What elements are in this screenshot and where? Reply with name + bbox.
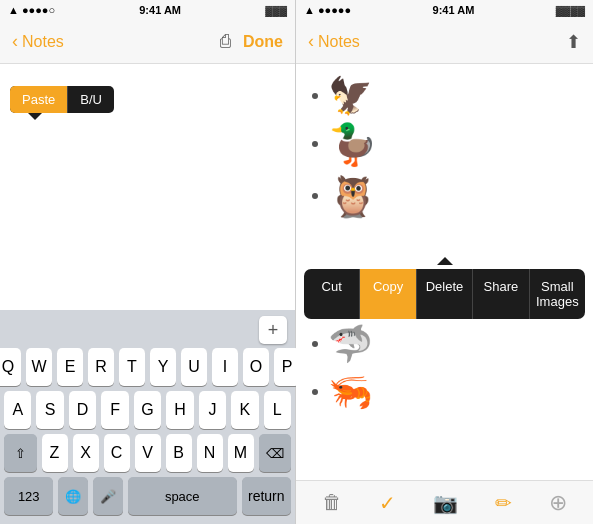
key-J[interactable]: J xyxy=(199,391,226,429)
list-item: 🦆 xyxy=(296,120,593,168)
share-button[interactable]: Share xyxy=(473,269,529,319)
keyboard-row-2: A S D F G H J K L xyxy=(4,391,291,429)
notes-list[interactable]: 🦅 🦆 🦉 Cut Copy Delete Share Small Images… xyxy=(296,64,593,480)
chevron-left-icon: ‹ xyxy=(12,31,18,52)
signal-bars-right: ●●●●● xyxy=(318,4,351,16)
keyboard-row-1: Q W E R T Y U I O P xyxy=(4,348,291,386)
key-V[interactable]: V xyxy=(135,434,161,472)
key-L[interactable]: L xyxy=(264,391,291,429)
time-right: 9:41 AM xyxy=(433,4,475,16)
keyboard-top-row: + xyxy=(4,316,291,344)
key-A[interactable]: A xyxy=(4,391,31,429)
share-icon-left[interactable]: ⎙ xyxy=(220,31,231,52)
keyboard-row-4: 123 🌐 🎤 space return xyxy=(4,477,291,515)
battery-right: ▓▓▓▓ xyxy=(556,5,585,16)
key-U[interactable]: U xyxy=(181,348,207,386)
numbers-key[interactable]: 123 xyxy=(4,477,53,515)
battery-icon-left: ▓▓▓ xyxy=(265,5,287,16)
bullet-5 xyxy=(312,341,318,347)
space-key[interactable]: space xyxy=(128,477,237,515)
back-label-left: Notes xyxy=(22,33,64,51)
key-T[interactable]: T xyxy=(119,348,145,386)
return-key[interactable]: return xyxy=(242,477,291,515)
status-signal-left: ▲ ●●●●○ xyxy=(8,4,55,16)
mic-key[interactable]: 🎤 xyxy=(93,477,123,515)
context-menu-right: Cut Copy Delete Share Small Images xyxy=(304,269,585,319)
key-D[interactable]: D xyxy=(69,391,96,429)
context-menu-left: Paste B/U xyxy=(10,86,114,113)
key-W[interactable]: W xyxy=(26,348,52,386)
key-Y[interactable]: Y xyxy=(150,348,176,386)
nav-right-right: ⬆ xyxy=(566,31,581,53)
plus-button[interactable]: + xyxy=(259,316,287,344)
nav-right-left: ⎙ Done xyxy=(220,31,283,52)
compose-button[interactable]: ⊕ xyxy=(549,490,567,516)
list-item: 🦈 xyxy=(296,320,593,368)
wifi-icon-right: ▲ xyxy=(304,4,315,16)
key-H[interactable]: H xyxy=(166,391,193,429)
right-panel: ▲ ●●●●● 9:41 AM ▓▓▓▓ ‹ Notes ⬆ 🦅 🦆 xyxy=(296,0,593,524)
emoji-duck: 🦆 xyxy=(328,124,378,164)
delete-key[interactable]: ⌫ xyxy=(259,434,292,472)
share-icon-right[interactable]: ⬆ xyxy=(566,31,581,53)
keyboard-row-3: ⇧ Z X C V B N M ⌫ xyxy=(4,434,291,472)
signal-bars: ●●●●○ xyxy=(22,4,55,16)
keyboard: + Q W E R T Y U I O P A S D F G H J K L xyxy=(0,310,295,524)
key-G[interactable]: G xyxy=(134,391,161,429)
key-Q[interactable]: Q xyxy=(0,348,21,386)
cut-button[interactable]: Cut xyxy=(304,269,360,319)
emoji-eagle: 🦅 xyxy=(328,78,373,114)
left-panel: ▲ ●●●●○ 9:41 AM ▓▓▓ ‹ Notes ⎙ Done Paste… xyxy=(0,0,296,524)
battery-icon-right: ▓▓▓▓ xyxy=(556,5,585,16)
status-signal-right: ▲ ●●●●● xyxy=(304,4,351,16)
bullet-1 xyxy=(312,93,318,99)
key-E[interactable]: E xyxy=(57,348,83,386)
key-X[interactable]: X xyxy=(73,434,99,472)
nav-bar-left: ‹ Notes ⎙ Done xyxy=(0,20,295,64)
key-S[interactable]: S xyxy=(36,391,63,429)
toolbar-bottom: 🗑 ✓ 📷 ✏ ⊕ xyxy=(296,480,593,524)
globe-key[interactable]: 🌐 xyxy=(58,477,88,515)
key-M[interactable]: M xyxy=(228,434,254,472)
context-menu-arrow xyxy=(437,257,453,265)
key-N[interactable]: N xyxy=(197,434,223,472)
back-button-left[interactable]: ‹ Notes xyxy=(12,32,64,52)
copy-button[interactable]: Copy xyxy=(360,269,416,319)
key-C[interactable]: C xyxy=(104,434,130,472)
key-I[interactable]: I xyxy=(212,348,238,386)
key-K[interactable]: K xyxy=(231,391,258,429)
list-item: 🦐 xyxy=(296,368,593,416)
bullet-2 xyxy=(312,141,318,147)
key-R[interactable]: R xyxy=(88,348,114,386)
time-left: 9:41 AM xyxy=(139,4,181,16)
back-label-right: Notes xyxy=(318,33,360,51)
pencil-button[interactable]: ✏ xyxy=(495,491,512,515)
chevron-left-icon-right: ‹ xyxy=(308,31,314,52)
key-F[interactable]: F xyxy=(101,391,128,429)
key-B[interactable]: B xyxy=(166,434,192,472)
check-button[interactable]: ✓ xyxy=(379,491,396,515)
paste-button[interactable]: Paste xyxy=(10,86,68,113)
wifi-icon: ▲ xyxy=(8,4,19,16)
small-images-button[interactable]: Small Images xyxy=(530,269,585,319)
done-button[interactable]: Done xyxy=(243,33,283,51)
shift-key[interactable]: ⇧ xyxy=(4,434,37,472)
back-button-right[interactable]: ‹ Notes xyxy=(308,32,360,52)
biu-button[interactable]: B/U xyxy=(68,86,114,113)
key-Z[interactable]: Z xyxy=(42,434,68,472)
nav-bar-right: ‹ Notes ⬆ xyxy=(296,20,593,64)
delete-button[interactable]: Delete xyxy=(417,269,473,319)
camera-button[interactable]: 📷 xyxy=(433,491,458,515)
editor-area[interactable]: Paste B/U xyxy=(0,64,295,310)
status-bar-right: ▲ ●●●●● 9:41 AM ▓▓▓▓ xyxy=(296,0,593,20)
battery-left: ▓▓▓ xyxy=(265,5,287,16)
emoji-shark: 🦈 xyxy=(328,326,373,362)
key-O[interactable]: O xyxy=(243,348,269,386)
trash-button[interactable]: 🗑 xyxy=(322,491,342,514)
list-item-owl: 🦉 xyxy=(296,172,593,220)
status-bar-left: ▲ ●●●●○ 9:41 AM ▓▓▓ xyxy=(0,0,295,20)
bullet-3 xyxy=(312,193,318,199)
list-item: 🦅 xyxy=(296,72,593,120)
bullet-6 xyxy=(312,389,318,395)
emoji-owl: 🦉 xyxy=(328,176,378,216)
